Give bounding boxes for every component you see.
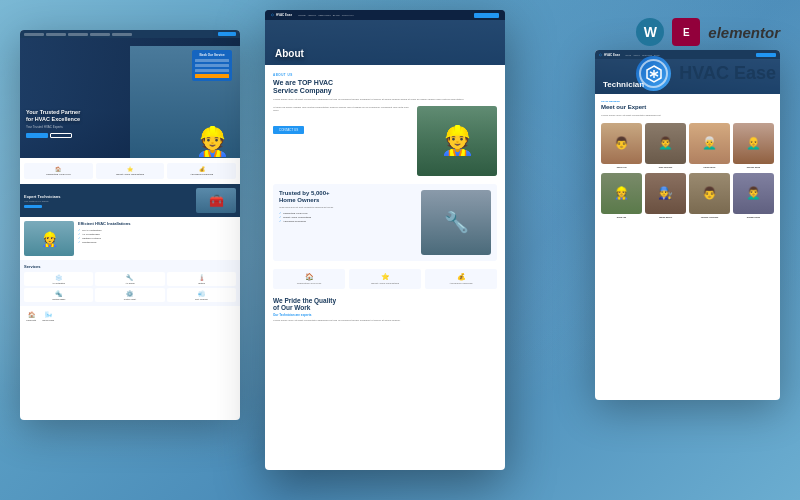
install-title: Efficient HVAC Installations [78,221,130,226]
trusted-title: Trusted by 5,000+Home Owners [279,190,415,204]
expert-image: 🧰 [196,188,236,213]
service-item: 🏠 Thermostat [24,309,38,323]
technician-title: Technician [603,80,644,89]
services-section: Services ❄️ AC Installation 🔧 AC Repair … [20,260,240,306]
team-photo-img: 👨‍🔧 [645,173,686,214]
stat-text: Affordable Financing [170,173,233,176]
nav-dot [46,33,66,36]
screenshot-homepage: Book Our Service Your Trusted Partnerfor… [20,30,240,420]
team-photo-img: 👨‍🦳 [689,123,730,164]
nav-cta-btn[interactable] [218,32,236,36]
about-section-title: We are TOP HVACService Company [273,79,497,96]
book-field [195,69,229,72]
mid-hero: ⬡ HVAC Ease HOME ABOUT SERVICES BLOG CON… [265,10,505,65]
elementor-icon: E [672,18,700,46]
brand-logos-area: W E elementor HVAC Ease [636,18,780,91]
contact-us-btn[interactable]: CONTACT US [273,126,304,134]
left-hero: Book Our Service Your Trusted Partnerfor… [20,38,240,158]
service-label: Thermostat [26,319,36,321]
team-name: Michael White [733,166,774,168]
service-label: Whole House [42,319,54,321]
learn-more-btn[interactable] [26,133,48,138]
team-photo: 👨 [601,123,642,164]
install-image: 👷 [24,221,74,256]
nav-item[interactable]: HOME [298,14,306,17]
trusted-item: Supporting Local Pros [279,212,415,215]
about-page-title: About [275,48,304,59]
nav-item[interactable]: ABOUT [308,14,317,17]
svg-line-2 [650,72,658,76]
stat-box: ⭐ Quality Work Guaranteed [349,269,421,289]
workers-emoji: 🔧 [444,210,469,234]
stat-icon: 💰 [429,273,493,281]
stat-text: Quality Work Guaranteed [99,173,162,176]
contact-btn[interactable] [50,133,72,138]
services-grid: ❄️ AC Installation 🔧 AC Repair 🌡️ Heatin… [24,272,236,302]
book-field [195,64,229,67]
trusted-section: Trusted by 5,000+Home Owners Lorem ipsum… [273,184,497,261]
right-body: TEAM MEMBER Meet our Expert Lorem ipsum … [595,94,780,224]
service-item: 💨 Duct Cleaning [167,288,236,302]
stat-text: Supporting Local Pros [27,173,90,176]
team-section-label: TEAM MEMBER [601,100,774,103]
expert-btn[interactable] [24,205,42,208]
service-icon: ⚙️ [97,290,162,297]
service-item: 🔩 Heating Repair [24,288,93,302]
quality-section: We Pride the Qualityof Our Work Our Tech… [273,297,497,331]
technician-emoji: 👷 [440,124,475,157]
expert-section: Expert Technicians Your Trusted HVAC Exp… [20,184,240,217]
svg-line-3 [650,72,658,76]
nav-cta-btn[interactable] [474,13,499,18]
install-list: HVAC Installation Air Conditioning Heati… [78,228,130,244]
nav-item[interactable]: BLOG [333,14,340,17]
left-nav [20,30,240,38]
hero-subtitle: Your Trusted HVAC Experts [26,125,80,129]
trusted-item: Affordable Financing [279,220,415,223]
nav-item[interactable]: HOME [625,54,631,56]
service-icon: 🌡️ [169,274,234,281]
team-section-title: Meet our Expert [601,104,774,110]
team-name: David Lee [601,216,642,218]
nav-logo: HVAC Ease [604,53,620,57]
service-icon: 🔩 [26,290,91,297]
stat-item: 💰 Affordable Financing [167,163,236,179]
install-content: Efficient HVAC Installations HVAC Instal… [78,221,130,256]
nav-dot [90,33,110,36]
service-label: Duct Cleaning [169,298,234,300]
team-photo-img: 👨‍🦱 [733,173,774,214]
elementor-label: elementor [708,24,780,41]
about-image: 👷 [417,106,497,176]
team-name: William Harris [733,216,774,218]
stat-label: Supporting Local Pros [277,282,341,285]
team-member: 👨‍🦱 William Harris [733,173,774,218]
team-grid-row2: 👷 David Lee 👨‍🔧 James Robert 👨 Thomas An… [601,173,774,218]
team-photo: 👨‍🔧 [645,173,686,214]
team-section-text: Lorem ipsum dolor sit amet consectetur a… [601,114,774,118]
team-photo: 👨‍🦱 [645,123,686,164]
main-container: Book Our Service Your Trusted Partnerfor… [0,0,800,500]
hero-content: Your Trusted Partnerfor HVAC Excellence … [26,109,80,138]
service-label: Heating Repair [26,298,91,300]
team-member: 👨 James Lee [601,123,642,168]
stat-icon: 🏠 [27,166,90,172]
team-member: 👨 Thomas Anderson [689,173,730,218]
stat-box: 🏠 Supporting Local Pros [273,269,345,289]
nav-item[interactable]: SERVICES [318,14,331,17]
team-name: Thomas Anderson [689,216,730,218]
trusted-text: Lorem ipsum dolor sit amet consectetur a… [279,206,415,209]
hero-buttons [26,133,80,138]
team-name: Mark Johnson [645,166,686,168]
book-service-card: Book Our Service [192,50,232,81]
team-member: 👨‍🦳 Kevin Harris [689,123,730,168]
team-photo-img: 👨 [689,173,730,214]
trusted-content: Trusted by 5,000+Home Owners Lorem ipsum… [279,190,415,255]
service-label: AC Repair [97,282,162,284]
service-label: Heating [169,282,234,284]
team-photo-img: 👨 [601,123,642,164]
service-item: ⚙️ System Maint. [95,288,164,302]
nav-item[interactable]: CONTACT [342,14,354,17]
stat-box: 💰 Affordable Financing [425,269,497,289]
installation-section: 👷 Efficient HVAC Installations HVAC Inst… [20,217,240,260]
book-submit-btn[interactable] [195,74,229,78]
service-item: ❄️ AC Installation [24,272,93,286]
